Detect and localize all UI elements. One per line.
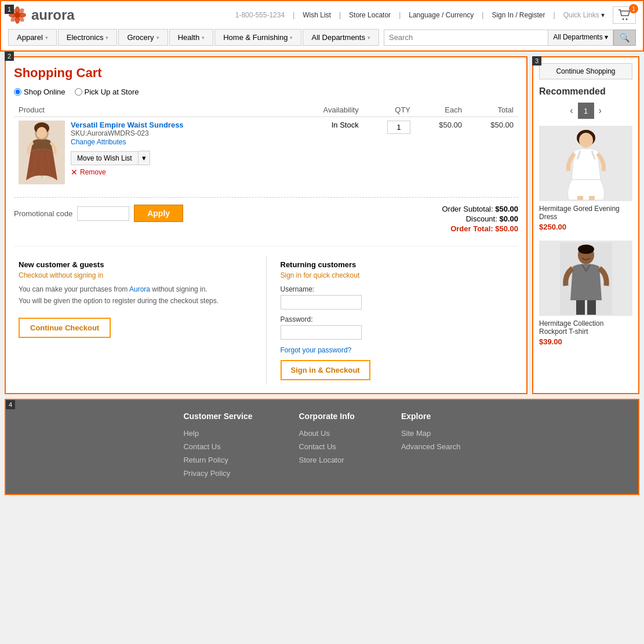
subtotal-value: $50.00: [495, 205, 518, 213]
language-link[interactable]: Language / Currency: [409, 11, 474, 19]
page-number: 1: [578, 103, 594, 119]
forgot-password-link[interactable]: Forgot your password?: [281, 346, 352, 354]
nav-health[interactable]: Health ▾: [169, 29, 214, 46]
caret-icon: ▾: [45, 35, 48, 41]
password-input[interactable]: [281, 325, 362, 340]
promo-code-input[interactable]: [77, 206, 129, 221]
rec-item-2-name: Hermitage Collection Rockport T-shirt: [539, 319, 632, 336]
availability-cell: In Stock: [292, 117, 363, 188]
shop-online-option[interactable]: Shop Online: [14, 88, 66, 96]
signin-checkout-button[interactable]: Sign in & Checkout: [281, 360, 370, 380]
guest-heading: New customer & guests: [19, 260, 252, 269]
footer-col-3-heading: Explore: [401, 412, 461, 421]
footer-privacy-link[interactable]: Privacy Policy: [183, 469, 252, 478]
footer-about-link[interactable]: About Us: [299, 429, 354, 438]
phone-number: 1-800-555-1234: [235, 11, 285, 19]
logo-text: aurora: [31, 7, 75, 23]
promo-left: Promotional code Apply: [14, 205, 183, 222]
store-locator-link[interactable]: Store Locator: [349, 11, 391, 19]
apply-button[interactable]: Apply: [134, 205, 183, 222]
rec-item-1-name: Hermitage Gored Evening Dress: [539, 205, 632, 221]
username-input[interactable]: [281, 295, 362, 310]
signin-link[interactable]: Sign In / Register: [492, 11, 545, 19]
footer-return-policy-link[interactable]: Return Policy: [183, 456, 252, 464]
section-4-badge: 4: [6, 400, 15, 409]
rec-item-1-svg: [560, 128, 612, 200]
top-links: 1-800-555-1234 | Wish List | Store Locat…: [235, 6, 636, 24]
col-qty: QTY: [363, 103, 415, 117]
order-total-row: Order Total: $50.00: [442, 224, 518, 233]
table-row: Versatil Empire Waist Sundress SKU:Auror…: [14, 117, 518, 188]
caret-icon: ▾: [202, 35, 205, 41]
svg-point-19: [579, 133, 593, 148]
product-sku: SKU:AuroraWMDRS-023: [71, 129, 184, 137]
promo-label: Promotional code: [14, 209, 72, 218]
divider: |: [482, 11, 483, 19]
search-input[interactable]: [384, 30, 548, 46]
quantity-input[interactable]: [387, 121, 410, 134]
caret-icon: ▾: [368, 35, 370, 41]
move-wishlist-button[interactable]: Move to Wish List: [71, 151, 139, 165]
footer-explore: Explore Site Map Advanced Search: [401, 412, 461, 482]
wishlist-dropdown-arrow[interactable]: ▾: [139, 151, 150, 165]
cart-badge: 1: [629, 4, 638, 13]
shop-online-radio[interactable]: [14, 88, 21, 96]
footer-store-locator-link[interactable]: Store Locator: [299, 456, 354, 464]
footer-corporate-contact-link[interactable]: Contact Us: [299, 442, 354, 451]
checkout-area: New customer & guests Checkout without s…: [14, 246, 518, 385]
continue-shopping-button[interactable]: Continue Shopping: [539, 63, 632, 79]
discount-label: Discount:: [466, 214, 497, 223]
product-name-link[interactable]: Versatil Empire Waist Sundress: [71, 121, 184, 129]
footer-help-link[interactable]: Help: [183, 429, 252, 438]
footer-contact-link[interactable]: Contact Us: [183, 442, 252, 451]
search-button[interactable]: 🔍: [613, 30, 636, 46]
pagination: ‹ 1 ›: [539, 103, 632, 119]
quick-links-link[interactable]: Quick Links ▾: [563, 11, 605, 19]
remove-item-link[interactable]: ✕ Remove: [71, 168, 184, 177]
section-1-badge: 1: [5, 5, 14, 14]
nav-electronics[interactable]: Electronics ▾: [58, 29, 118, 46]
next-page-button[interactable]: ›: [599, 105, 602, 116]
product-details: Versatil Empire Waist Sundress SKU:Auror…: [71, 121, 184, 184]
guest-text1: You can make your purchases from Aurora …: [19, 285, 252, 293]
svg-rect-22: [577, 196, 583, 200]
continue-checkout-button[interactable]: Continue Checkout: [19, 318, 111, 338]
rec-item-2-svg: [560, 242, 612, 315]
total-label: Order Total:: [450, 224, 493, 233]
header: 1 aurora 1-800-555-1234 | Wish List | St…: [0, 0, 644, 52]
cart-icon-wrap[interactable]: 1: [613, 6, 636, 24]
search-dept-dropdown[interactable]: All Departments ▾: [548, 30, 613, 46]
dress-svg: [21, 122, 62, 183]
prev-page-button[interactable]: ‹: [570, 105, 573, 116]
nav-home[interactable]: Home & Furnishing ▾: [214, 29, 301, 46]
subtotal-label: Order Subtotal:: [442, 205, 493, 213]
col-total: Total: [467, 103, 518, 117]
section-3-badge: 3: [532, 56, 541, 66]
caret-icon: ▾: [290, 35, 293, 41]
pickup-store-radio[interactable]: [75, 88, 82, 96]
total-value: $50.00: [495, 224, 518, 233]
nav-all-departments[interactable]: All Departments ▾: [303, 29, 379, 46]
product-image: [19, 121, 65, 184]
wishlist-link[interactable]: Wish List: [303, 11, 331, 19]
promo-section: Promotional code Apply Order Subtotal: $…: [14, 197, 518, 234]
change-attributes-link[interactable]: Change Attributes: [71, 138, 126, 146]
footer: 4 Customer Service Help Contact Us Retur…: [5, 399, 639, 495]
footer-advanced-search-link[interactable]: Advanced Search: [401, 442, 461, 451]
nav-grocery[interactable]: Grocery ▾: [118, 29, 168, 46]
divider: |: [339, 11, 341, 19]
rec-item-2-image: [539, 241, 632, 316]
guest-subheading: Checkout without signing in: [19, 271, 252, 279]
footer-corporate: Corporate Info About Us Contact Us Store…: [299, 412, 354, 482]
aurora-link[interactable]: Aurora: [129, 285, 150, 293]
rec-item-2-price: $39.00: [539, 337, 632, 346]
cart-icon: [618, 9, 631, 21]
svg-point-10: [626, 19, 628, 20]
svg-point-26: [578, 245, 594, 254]
svg-point-9: [623, 19, 624, 20]
product-image-cell: Versatil Empire Waist Sundress SKU:Auror…: [14, 117, 292, 188]
footer-sitemap-link[interactable]: Site Map: [401, 429, 461, 438]
pickup-store-option[interactable]: Pick Up at Store: [75, 88, 139, 96]
nav-apparel[interactable]: Apparel ▾: [8, 29, 57, 46]
shopping-cart-section: Shopping Cart Shop Online Pick Up at Sto…: [5, 56, 527, 394]
